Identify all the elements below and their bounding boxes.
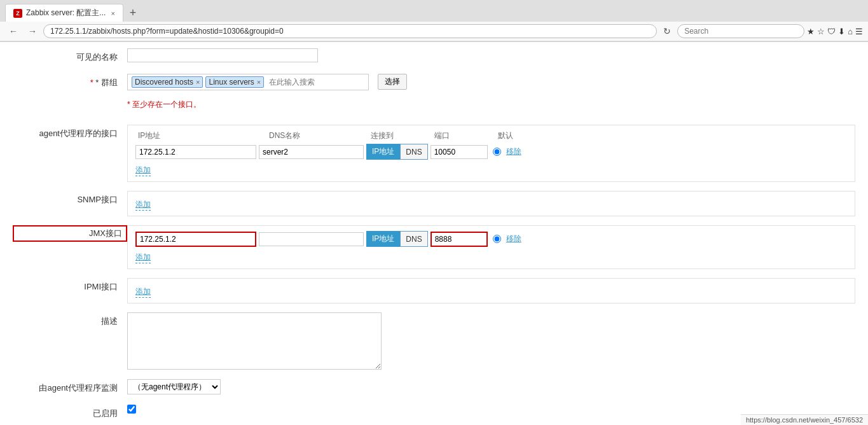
group-content: Discovered hosts × Linux servers × 选择 bbox=[127, 74, 855, 90]
group-tag-input-area: Discovered hosts × Linux servers × bbox=[127, 74, 369, 90]
enabled-label: 已启用 bbox=[13, 405, 127, 419]
agent-remove-btn[interactable]: 移除 bbox=[506, 146, 521, 157]
add-ipmi-link[interactable]: 添加 bbox=[135, 286, 151, 298]
jmx-connect-btns: IP地址 DNS bbox=[366, 231, 428, 247]
jmx-label: JMX接口 bbox=[89, 228, 122, 238]
header-ip: IP地址 bbox=[135, 130, 263, 141]
agent-ip-input[interactable] bbox=[135, 145, 256, 159]
agent-interface-label: agent代理程序的接口 bbox=[13, 125, 127, 139]
add-jmx-link[interactable]: 添加 bbox=[135, 252, 151, 263]
jmx-remove-btn[interactable]: 移除 bbox=[506, 233, 521, 244]
tab-title: Zabbix server: 配置主... bbox=[26, 8, 106, 18]
jmx-dns-input[interactable] bbox=[259, 232, 364, 246]
required-note: * 至少存在一个接口。 bbox=[127, 99, 855, 110]
ipmi-content: 添加 bbox=[127, 278, 855, 305]
tag-text: Discovered hosts bbox=[135, 78, 193, 87]
description-textarea[interactable] bbox=[127, 312, 382, 370]
connect-dns-btn[interactable]: DNS bbox=[400, 144, 427, 160]
monitored-by-content: （无agent代理程序） bbox=[127, 379, 855, 394]
bookmark-icon[interactable]: ★ bbox=[807, 27, 815, 36]
visible-name-input[interactable] bbox=[127, 48, 318, 62]
snmp-interface-row: SNMP接口 添加 bbox=[13, 191, 855, 218]
nav-bar: ← → ↻ ★ ☆ 🛡 ⬇ ⌂ ☰ bbox=[0, 22, 868, 41]
tab-close-btn[interactable]: × bbox=[111, 10, 114, 17]
agent-iface-header: IP地址 DNS名称 连接到 端口 默认 bbox=[135, 130, 847, 141]
group-label: * 群组 bbox=[13, 74, 127, 88]
shield-icon[interactable]: 🛡 bbox=[827, 27, 836, 36]
enabled-row: 已启用 bbox=[13, 405, 855, 422]
agent-default-radio[interactable] bbox=[493, 148, 501, 156]
tag-remove-btn[interactable]: × bbox=[196, 78, 200, 86]
jmx-ip-input[interactable] bbox=[135, 232, 256, 247]
jmx-connect-ip-btn[interactable]: IP地址 bbox=[366, 231, 400, 247]
monitored-by-select[interactable]: （无agent代理程序） bbox=[127, 379, 221, 394]
monitored-by-row: 由agent代理程序监测 （无agent代理程序） bbox=[13, 379, 855, 397]
tag-text: Linux servers bbox=[209, 78, 254, 87]
snmp-iface-wrapper: 添加 bbox=[127, 191, 855, 216]
tag-linux-servers: Linux servers × bbox=[205, 76, 264, 88]
header-connect: 连接到 bbox=[371, 130, 434, 141]
ipmi-label: IPMI接口 bbox=[13, 278, 127, 293]
tag-discovered-hosts: Discovered hosts × bbox=[132, 76, 203, 88]
active-tab[interactable]: Z Zabbix server: 配置主... × bbox=[5, 4, 123, 22]
snmp-label: SNMP接口 bbox=[13, 191, 127, 206]
jmx-connect-dns-btn[interactable]: DNS bbox=[400, 231, 427, 247]
search-input[interactable] bbox=[677, 24, 804, 38]
ipmi-interface-row: IPMI接口 添加 bbox=[13, 278, 855, 305]
ipmi-iface-wrapper: 添加 bbox=[127, 278, 855, 303]
tab-favicon: Z bbox=[13, 9, 22, 18]
new-tab-btn[interactable]: + bbox=[126, 6, 141, 20]
header-default: 默认 bbox=[498, 130, 536, 141]
select-group-btn[interactable]: 选择 bbox=[378, 74, 407, 90]
agent-iface-wrapper: IP地址 DNS名称 连接到 端口 默认 IP地址 DNS 移除 bbox=[127, 125, 855, 182]
agent-interface-content: IP地址 DNS名称 连接到 端口 默认 IP地址 DNS 移除 bbox=[127, 125, 855, 183]
description-content bbox=[127, 312, 855, 372]
page-content: 可见的名称 * 群组 Discovered hosts × Linux serv… bbox=[0, 42, 868, 425]
jmx-content: IP地址 DNS 移除 添加 bbox=[127, 225, 855, 270]
reader-icon[interactable]: ☆ bbox=[817, 27, 825, 36]
description-label: 描述 bbox=[13, 312, 127, 327]
header-dns: DNS名称 bbox=[263, 130, 371, 141]
back-btn[interactable]: ← bbox=[5, 25, 22, 38]
browser-chrome: Z Zabbix server: 配置主... × + ← → ↻ ★ ☆ 🛡 … bbox=[0, 0, 868, 42]
visible-name-content bbox=[127, 48, 855, 62]
jmx-default-radio[interactable] bbox=[493, 235, 501, 243]
connect-ip-btn[interactable]: IP地址 bbox=[366, 144, 400, 160]
status-bar: https://blog.csdn.net/weixin_457/6532 bbox=[741, 414, 868, 425]
jmx-port-input[interactable] bbox=[431, 232, 488, 247]
tag-remove-btn[interactable]: × bbox=[257, 78, 261, 86]
agent-interface-row: agent代理程序的接口 IP地址 DNS名称 连接到 端口 默认 IP地址 bbox=[13, 125, 855, 183]
header-port: 端口 bbox=[434, 130, 498, 141]
group-row: * 群组 Discovered hosts × Linux servers × … bbox=[13, 74, 855, 92]
status-url: https://blog.csdn.net/weixin_457/6532 bbox=[746, 416, 863, 424]
download-icon[interactable]: ⬇ bbox=[838, 27, 845, 36]
agent-iface-row: IP地址 DNS 移除 bbox=[135, 144, 847, 160]
forward-btn[interactable]: → bbox=[24, 25, 41, 38]
jmx-iface-row: IP地址 DNS 移除 bbox=[135, 231, 847, 247]
monitored-by-label: 由agent代理程序监测 bbox=[13, 379, 127, 394]
agent-connect-btns: IP地址 DNS bbox=[366, 144, 428, 160]
add-snmp-link[interactable]: 添加 bbox=[135, 199, 151, 211]
add-agent-link[interactable]: 添加 bbox=[135, 165, 151, 176]
tab-bar: Z Zabbix server: 配置主... × + bbox=[0, 0, 868, 22]
group-search-input[interactable] bbox=[269, 78, 364, 87]
reload-btn[interactable]: ↻ bbox=[659, 25, 675, 38]
menu-icon[interactable]: ☰ bbox=[855, 27, 863, 36]
jmx-interface-row: JMX接口 IP地址 DNS 移除 添加 bbox=[13, 225, 855, 270]
jmx-label-highlight: JMX接口 bbox=[13, 225, 127, 242]
required-note-row: * 至少存在一个接口。 bbox=[13, 99, 855, 117]
snmp-content: 添加 bbox=[127, 191, 855, 218]
jmx-iface-wrapper: IP地址 DNS 移除 添加 bbox=[127, 225, 855, 269]
visible-name-label: 可见的名称 bbox=[13, 48, 127, 63]
description-row: 描述 bbox=[13, 312, 855, 372]
agent-port-input[interactable] bbox=[431, 145, 488, 159]
visible-name-row: 可见的名称 bbox=[13, 48, 855, 66]
url-bar[interactable] bbox=[43, 24, 657, 38]
enabled-checkbox[interactable] bbox=[127, 405, 136, 414]
agent-dns-input[interactable] bbox=[259, 145, 364, 159]
home-icon[interactable]: ⌂ bbox=[848, 27, 853, 36]
